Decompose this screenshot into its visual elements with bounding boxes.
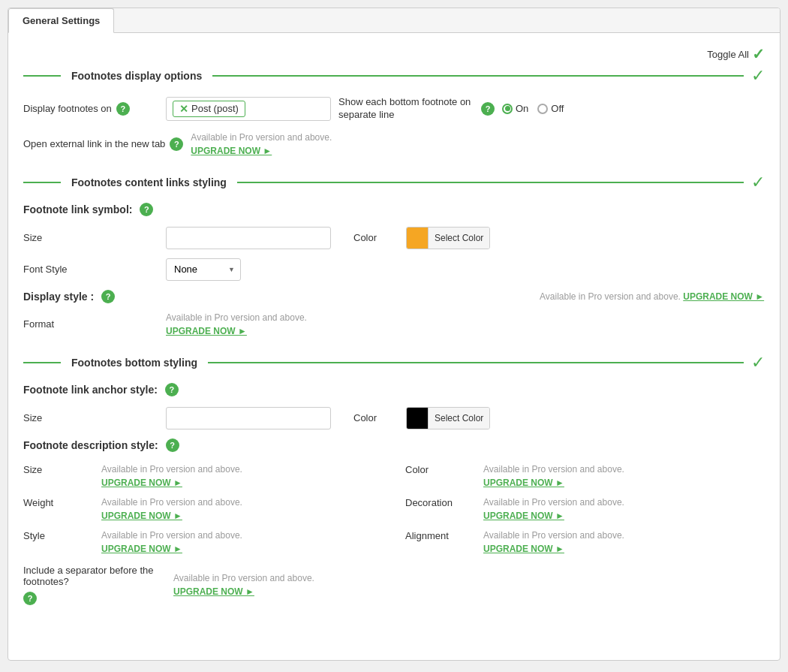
anchor-size-input[interactable]: [166, 407, 331, 429]
desc-size-label: Size: [23, 463, 91, 475]
color-btn-anchor[interactable]: Select Color: [406, 407, 490, 429]
row-description-style-header: Footnote description style: ?: [23, 438, 765, 452]
on-off-group: On Off: [502, 103, 564, 114]
row-display-footnotes-on: Display footnotes on ? ✕ Post (post) Sho…: [23, 96, 765, 122]
row-font-style: Font Style None Normal Italic: [23, 258, 765, 281]
display-style-pro-text: Available in Pro version and above. UPGR…: [540, 290, 765, 303]
row-separator: Include a separator before the footnotes…: [23, 565, 765, 605]
label-open-external-link: Open external link in the new tab ?: [23, 137, 183, 151]
radio-on[interactable]: On: [502, 103, 528, 114]
desc-decoration-upgrade[interactable]: UPGRADE NOW ►: [483, 511, 564, 521]
help-icon-anchor-style[interactable]: ?: [165, 383, 179, 396]
section-line-left-2: [23, 182, 61, 183]
desc-weight-upgrade[interactable]: UPGRADE NOW ►: [101, 511, 182, 521]
section-title-content-links: Footnotes content links styling: [71, 176, 227, 188]
section-title-footnotes-display: Footnotes display options: [71, 70, 202, 82]
main-container: General Settings Toggle All ✓ Footnotes …: [8, 8, 780, 661]
desc-alignment-upgrade[interactable]: UPGRADE NOW ►: [483, 544, 564, 554]
separator-upgrade-btn[interactable]: UPGRADE NOW ►: [173, 586, 254, 597]
anchor-style-label: Footnote link anchor style:: [23, 384, 158, 396]
content-area: Toggle All ✓ Footnotes display options ✓…: [8, 33, 780, 635]
display-style-label: Display style :: [23, 291, 94, 303]
desc-decoration-label: Decoration: [405, 496, 473, 508]
section-chevron-3[interactable]: ✓: [751, 353, 765, 372]
toggle-all-row: Toggle All ✓: [23, 41, 765, 66]
desc-color-pro: Available in Pro version and above.: [483, 464, 624, 475]
format-pro-label: Available in Pro version and above.: [166, 312, 307, 323]
desc-size-value: Available in Pro version and above. UPGR…: [101, 463, 242, 490]
help-icon-description-style[interactable]: ?: [166, 438, 179, 452]
desc-alignment-label: Alignment: [405, 529, 473, 541]
row-anchor-style-header: Footnote link anchor style: ?: [23, 383, 765, 396]
color-label-anchor: Select Color: [428, 407, 489, 429]
format-upgrade-btn[interactable]: UPGRADE NOW ►: [166, 326, 247, 336]
size-input[interactable]: [166, 227, 331, 249]
help-icon-show-footnote[interactable]: ?: [481, 102, 495, 116]
label-display-footnotes-on: Display footnotes on ?: [23, 102, 158, 116]
desc-color-upgrade[interactable]: UPGRADE NOW ►: [483, 478, 564, 488]
external-link-upgrade-btn[interactable]: UPGRADE NOW ►: [191, 146, 272, 156]
help-icon-external-link[interactable]: ?: [170, 137, 183, 151]
help-icon-footnote-link-symbol[interactable]: ?: [140, 203, 153, 216]
pair-desc-weight: Weight Available in Pro version and abov…: [23, 496, 383, 523]
tab-general-settings[interactable]: General Settings: [8, 8, 114, 33]
anchor-color-label-text: Color: [353, 412, 377, 423]
section-title-bottom-styling: Footnotes bottom styling: [71, 357, 197, 369]
help-icon-display-style[interactable]: ?: [101, 290, 115, 303]
size-label-text: Size: [23, 232, 42, 243]
desc-alignment-value: Available in Pro version and above. UPGR…: [483, 529, 624, 556]
section-header-content-links: Footnotes content links styling ✓: [23, 173, 765, 192]
radio-off-label: Off: [551, 103, 564, 114]
color-swatch-anchor: [407, 407, 428, 429]
pair-desc-decoration: Decoration Available in Pro version and …: [405, 496, 765, 523]
footnote-link-symbol-label: Footnote link symbol:: [23, 203, 132, 215]
section-line-right-2: [237, 182, 744, 183]
radio-dot-filled-on: [505, 106, 510, 111]
help-icon-separator[interactable]: ?: [23, 592, 37, 605]
font-style-select-wrapper: None Normal Italic: [166, 258, 241, 281]
section-footnotes-display: Footnotes display options ✓ Display foot…: [23, 66, 765, 158]
display-style-upgrade-btn[interactable]: UPGRADE NOW ►: [683, 291, 764, 302]
label-format: Format: [23, 318, 158, 330]
section-header-bottom-styling: Footnotes bottom styling ✓: [23, 353, 765, 372]
tag-container[interactable]: ✕ Post (post): [166, 97, 331, 121]
desc-style-upgrade[interactable]: UPGRADE NOW ►: [101, 544, 182, 554]
label-anchor-size: Size: [23, 412, 158, 423]
section-chevron-1[interactable]: ✓: [751, 66, 765, 86]
format-pro-text: Available in Pro version and above. UPGR…: [166, 311, 307, 338]
display-footnotes-on-text: Display footnotes on: [23, 103, 112, 114]
row-desc-size-color: Size Available in Pro version and above.…: [23, 463, 765, 490]
section-content-links: Footnotes content links styling ✓ Footno…: [23, 173, 765, 338]
pair-desc-style: Style Available in Pro version and above…: [23, 529, 383, 556]
row-open-external-link: Open external link in the new tab ? Avai…: [23, 131, 765, 158]
font-style-select[interactable]: None Normal Italic: [166, 258, 241, 281]
font-style-label-text: Font Style: [23, 264, 68, 275]
label-size: Size: [23, 232, 158, 243]
section-chevron-2[interactable]: ✓: [751, 173, 765, 192]
color-btn-symbol[interactable]: Select Color: [406, 227, 490, 249]
post-tag-remove[interactable]: ✕: [179, 103, 188, 115]
label-anchor-color: Color: [353, 412, 399, 423]
anchor-size-label-text: Size: [23, 412, 42, 423]
toggle-all-button[interactable]: Toggle All ✓: [707, 45, 765, 63]
pair-desc-alignment: Alignment Available in Pro version and a…: [405, 529, 765, 556]
desc-weight-value: Available in Pro version and above. UPGR…: [101, 496, 242, 523]
section-header-footnotes-display: Footnotes display options ✓: [23, 66, 765, 86]
tab-bar: General Settings: [8, 8, 780, 33]
desc-size-upgrade[interactable]: UPGRADE NOW ►: [101, 478, 182, 488]
radio-off[interactable]: Off: [537, 103, 564, 114]
row-footnote-link-symbol-header: Footnote link symbol: ?: [23, 203, 765, 216]
row-format: Format Available in Pro version and abov…: [23, 311, 765, 338]
row-anchor-size-color: Size Color Select Color: [23, 407, 765, 429]
external-link-pro-text: Available in Pro version and above. UPGR…: [191, 131, 332, 158]
color-label-symbol: Select Color: [428, 227, 489, 249]
separator-label-text: Include a separator before the footnotes…: [23, 565, 158, 587]
pair-desc-color: Color Available in Pro version and above…: [405, 463, 765, 490]
section-bottom-styling: Footnotes bottom styling ✓ Footnote link…: [23, 353, 765, 605]
color-label-text: Color: [353, 232, 377, 243]
label-separator: Include a separator before the footnotes…: [23, 565, 158, 605]
desc-weight-pro: Available in Pro version and above.: [101, 497, 242, 508]
help-icon-display-footnotes[interactable]: ?: [116, 102, 130, 116]
section-line-left-3: [23, 362, 61, 363]
separator-pro-text: Available in Pro version and above. UPGR…: [173, 571, 314, 598]
